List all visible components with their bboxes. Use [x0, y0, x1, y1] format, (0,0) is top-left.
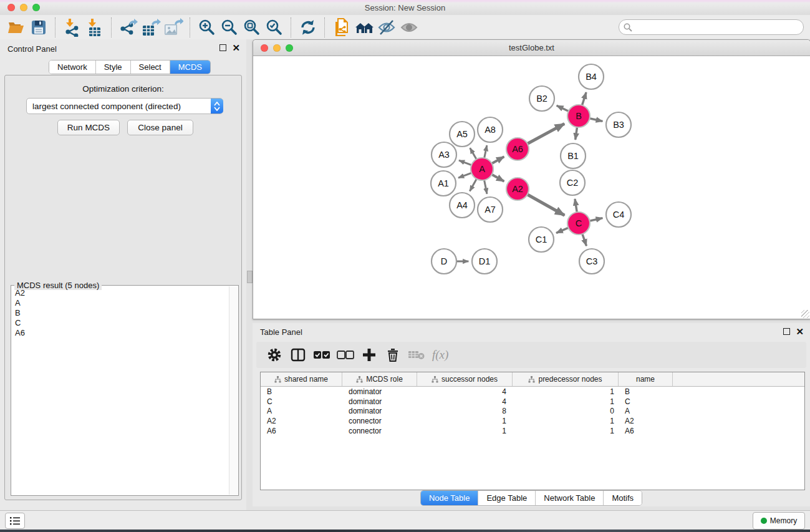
graph-node-D[interactable]: D	[432, 249, 456, 274]
table-row[interactable]: A6connector11A6	[261, 426, 804, 436]
table-cell[interactable]: 1	[513, 387, 619, 396]
splitter-handle[interactable]	[247, 271, 253, 283]
export-table-icon[interactable]	[140, 17, 162, 38]
graph-node-A1[interactable]: A1	[431, 171, 456, 196]
graph-node-B1[interactable]: B1	[561, 143, 586, 168]
table-row[interactable]: Cdominator41C	[261, 397, 804, 407]
vertical-splitter[interactable]	[246, 39, 253, 510]
table-settings-gear-icon[interactable]	[264, 344, 285, 365]
graph-node-A7[interactable]: A7	[478, 197, 503, 222]
delete-column-icon[interactable]	[382, 344, 403, 365]
graph-node-D1[interactable]: D1	[472, 249, 497, 274]
table-tab-network-table[interactable]: Network Table	[536, 491, 604, 505]
column-header-successor-nodes[interactable]: successor nodes	[417, 372, 513, 386]
mcds-result-item[interactable]: A	[12, 298, 229, 308]
table-cell[interactable]: A	[619, 407, 673, 415]
table-cell[interactable]: 0	[513, 407, 619, 415]
zoom-in-icon[interactable]	[196, 17, 218, 38]
table-cell[interactable]: 1	[417, 417, 513, 425]
run-mcds-button[interactable]: Run MCDS	[57, 120, 120, 135]
network-window-titlebar[interactable]: testGlobe.txt	[253, 40, 810, 56]
apply-layout-icon[interactable]	[297, 17, 319, 38]
optimization-criterion-select[interactable]: largest connected component (directed)	[26, 98, 223, 114]
table-cell[interactable]: 1	[513, 417, 619, 425]
graph-node-A8[interactable]: A8	[478, 117, 503, 142]
column-header-predecessor-nodes[interactable]: predecessor nodes	[513, 372, 619, 386]
table-cell[interactable]: 8	[417, 407, 513, 415]
select-all-columns-icon[interactable]	[311, 344, 332, 365]
table-tab-motifs[interactable]: Motifs	[604, 491, 642, 505]
show-column-panel-icon[interactable]	[287, 344, 309, 365]
mcds-result-item[interactable]: C	[12, 318, 229, 328]
table-cell[interactable]: C	[261, 397, 342, 406]
table-cell[interactable]: 1	[417, 427, 513, 435]
add-column-icon[interactable]	[359, 344, 380, 365]
import-table-icon[interactable]	[84, 17, 106, 38]
table-cell[interactable]: B	[619, 387, 673, 396]
graph-node-C1[interactable]: C1	[529, 227, 554, 252]
graph-node-C4[interactable]: C4	[606, 202, 631, 227]
table-cell[interactable]: connector	[342, 417, 417, 425]
table-cell[interactable]: A2	[261, 417, 342, 425]
table-cell[interactable]: B	[261, 387, 342, 396]
zoom-out-icon[interactable]	[218, 17, 241, 38]
mcds-result-item[interactable]: B	[12, 308, 229, 318]
mcds-result-item[interactable]: A6	[12, 328, 229, 338]
memory-button[interactable]: Memory	[753, 512, 805, 530]
table-tab-edge-table[interactable]: Edge Table	[478, 491, 536, 505]
search-input[interactable]	[632, 21, 798, 34]
graph-node-B4[interactable]: B4	[579, 64, 604, 89]
table-cell[interactable]: connector	[342, 427, 417, 435]
tab-mcds[interactable]: MCDS	[170, 60, 210, 74]
import-network-icon[interactable]	[61, 17, 84, 38]
table-cell[interactable]: A6	[619, 427, 673, 435]
network-canvas[interactable]: AA1A2A3A4A5A6A7A8BB1B2B3B4CC1C2C3C4DD1	[253, 56, 810, 318]
export-network-icon[interactable]	[117, 17, 140, 38]
float-panel-icon[interactable]	[219, 44, 226, 51]
table-cell[interactable]: A	[261, 407, 342, 415]
graph-node-A[interactable]: A	[471, 158, 493, 180]
mcds-result-scrollbar[interactable]	[229, 286, 238, 495]
table-cell[interactable]: C	[619, 397, 673, 406]
hide-selected-icon[interactable]	[375, 17, 398, 38]
table-cell[interactable]: dominator	[342, 387, 417, 396]
column-header-shared-name[interactable]: shared name	[261, 372, 342, 386]
graph-node-A2[interactable]: A2	[506, 178, 529, 200]
graph-node-B2[interactable]: B2	[529, 86, 554, 111]
column-header-name[interactable]: name	[619, 372, 673, 386]
task-history-button[interactable]	[5, 513, 25, 529]
open-session-icon[interactable]	[5, 17, 27, 38]
table-row[interactable]: A2connector11A2	[261, 416, 804, 426]
graph-node-C[interactable]: C	[567, 212, 590, 235]
tab-select[interactable]: Select	[131, 60, 170, 74]
table-cell[interactable]: 4	[417, 397, 513, 406]
column-header-mcds-role[interactable]: MCDS role	[342, 372, 417, 386]
home-icon[interactable]	[353, 17, 375, 38]
mcds-result-item[interactable]: A2	[12, 288, 229, 298]
deselect-all-columns-icon[interactable]	[335, 344, 356, 365]
table-cell[interactable]: 4	[417, 387, 513, 396]
zoom-selected-icon[interactable]	[263, 17, 286, 38]
save-session-icon[interactable]	[27, 17, 50, 38]
graph-node-C2[interactable]: C2	[560, 170, 585, 195]
graph-node-A4[interactable]: A4	[450, 193, 475, 218]
graph-node-B3[interactable]: B3	[606, 112, 631, 137]
graph-node-A6[interactable]: A6	[506, 138, 529, 160]
table-cell[interactable]: dominator	[342, 397, 417, 406]
tab-style[interactable]: Style	[96, 60, 131, 74]
table-row[interactable]: Bdominator41B	[261, 387, 804, 397]
tab-network[interactable]: Network	[49, 60, 96, 74]
table-row[interactable]: Adominator80A	[261, 407, 804, 417]
resize-grip[interactable]	[801, 310, 809, 318]
float-table-panel-icon[interactable]	[783, 328, 790, 335]
close-table-panel-icon[interactable]: ✕	[796, 329, 804, 335]
table-tab-node-table[interactable]: Node Table	[421, 491, 479, 505]
zoom-fit-icon[interactable]	[241, 17, 263, 38]
table-cell[interactable]: dominator	[342, 407, 417, 415]
table-cell[interactable]: 1	[513, 427, 619, 435]
table-cell[interactable]: A6	[261, 427, 342, 435]
graph-node-B[interactable]: B	[567, 105, 590, 127]
export-image-icon[interactable]	[162, 17, 185, 38]
graph-node-A5[interactable]: A5	[450, 122, 475, 147]
close-panel-button[interactable]: Close panel	[127, 120, 193, 135]
